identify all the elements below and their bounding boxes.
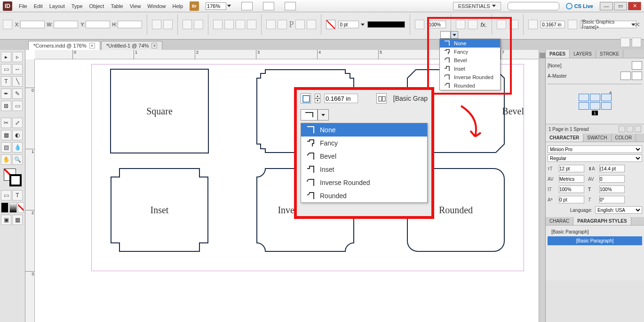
corner-option-inverse-rounded[interactable]: Inverse Rounded bbox=[440, 73, 500, 81]
quick-apply-icon[interactable] bbox=[620, 38, 630, 47]
tab-character[interactable]: CHARACTER bbox=[546, 134, 583, 142]
document-tab[interactable]: *Untitled-1 @ 74% × bbox=[101, 41, 163, 50]
corner-option-bevel[interactable]: Bevel bbox=[440, 56, 500, 64]
corner-shape-dropdown[interactable]: None Fancy Bevel Inset Inverse Rounded R… bbox=[439, 39, 501, 90]
menu-help[interactable]: Help bbox=[172, 3, 183, 9]
page-thumb[interactable] bbox=[579, 102, 589, 110]
stroke-style-dropdown[interactable] bbox=[367, 21, 405, 28]
scale-x-icon[interactable] bbox=[152, 20, 161, 29]
paragraph-style-item[interactable]: [Basic Paragraph] bbox=[548, 227, 642, 236]
collapsed-panel-strip[interactable] bbox=[539, 50, 545, 322]
screen-mode-dropdown[interactable] bbox=[241, 2, 253, 10]
hand-tool[interactable]: ✋ bbox=[1, 154, 11, 165]
master-none[interactable]: [None] bbox=[548, 63, 561, 68]
menu-window[interactable]: Window bbox=[147, 3, 166, 9]
corner-option-inset[interactable]: Inset bbox=[440, 64, 500, 73]
corner-option-bevel[interactable]: Bevel bbox=[301, 150, 427, 163]
arrange-dropdown[interactable] bbox=[263, 2, 274, 10]
spread-proxy-icon[interactable] bbox=[568, 20, 577, 29]
menu-table[interactable]: Table bbox=[111, 3, 123, 9]
menu-type[interactable]: Type bbox=[72, 3, 83, 9]
fill-swatch[interactable] bbox=[326, 20, 335, 29]
canvas[interactable]: 0 1 2 3 4 5 6 7 8 0 1 2 3 4 Square bbox=[25, 50, 545, 322]
master-thumb[interactable] bbox=[632, 72, 642, 80]
minimize-button[interactable]: — bbox=[600, 2, 613, 10]
gradient-swatch-tool[interactable]: ▦ bbox=[1, 130, 11, 140]
font-size-input[interactable] bbox=[559, 165, 584, 172]
spread-proxy-icon[interactable] bbox=[376, 93, 387, 104]
select-prev-icon[interactable] bbox=[295, 20, 305, 29]
master-thumb[interactable] bbox=[632, 61, 642, 70]
page-thumb[interactable]: A bbox=[601, 94, 612, 101]
stepper[interactable]: ▲▼ bbox=[315, 94, 320, 103]
delete-page-icon[interactable] bbox=[635, 126, 641, 132]
rotate-icon[interactable] bbox=[183, 20, 192, 29]
horizontal-scale-input[interactable] bbox=[599, 185, 625, 193]
apply-gradient-icon[interactable] bbox=[9, 202, 17, 213]
fit-frame-icon[interactable] bbox=[509, 20, 518, 29]
skew-input[interactable] bbox=[599, 196, 625, 203]
baseline-shift-input[interactable] bbox=[559, 196, 584, 203]
formatting-container-icon[interactable]: ▭ bbox=[1, 190, 11, 201]
chevron-down-icon[interactable] bbox=[227, 5, 231, 7]
document-tab[interactable]: *Corners.indd @ 176% × bbox=[28, 41, 100, 50]
apply-none-icon[interactable] bbox=[18, 202, 24, 213]
corner-shape-dropdown-button[interactable] bbox=[440, 31, 458, 39]
tracking-input[interactable] bbox=[599, 175, 625, 183]
page-thumb[interactable] bbox=[590, 94, 600, 101]
zoom-tool[interactable]: 🔍 bbox=[12, 154, 23, 165]
object-style-dropdown[interactable]: [Basic Graphics Frame]+ bbox=[580, 21, 636, 28]
view-mode-normal[interactable]: ▣ bbox=[1, 215, 11, 225]
effects-icon[interactable] bbox=[415, 20, 424, 29]
w-input[interactable] bbox=[54, 21, 78, 28]
menu-layout[interactable]: Layout bbox=[49, 3, 65, 9]
stroke-weight-input[interactable] bbox=[338, 21, 359, 28]
formatting-text-icon[interactable]: T bbox=[12, 190, 23, 201]
select-content-icon[interactable] bbox=[278, 20, 287, 29]
corner-shape-dropdown-button[interactable] bbox=[297, 107, 431, 123]
corner-option-rounded[interactable]: Rounded bbox=[440, 81, 500, 90]
menu-file[interactable]: File bbox=[19, 3, 27, 9]
vertical-scale-input[interactable] bbox=[559, 185, 584, 193]
tab-character-styles[interactable]: CHARAC bbox=[546, 217, 573, 225]
corner-options-icon[interactable] bbox=[301, 93, 311, 104]
corner-options-icon[interactable] bbox=[528, 20, 538, 29]
corner-option-rounded[interactable]: Rounded bbox=[301, 189, 427, 202]
gap-tool[interactable]: ↔ bbox=[12, 64, 23, 74]
tab-stroke[interactable]: STROKE bbox=[596, 50, 623, 58]
corner-option-none[interactable]: None bbox=[301, 123, 427, 137]
expand-panels-icon[interactable] bbox=[540, 53, 545, 58]
shear-icon[interactable] bbox=[194, 20, 203, 29]
fit-content-icon[interactable] bbox=[497, 20, 506, 29]
pencil-tool[interactable]: ✎ bbox=[12, 89, 23, 99]
panel-menu-icon[interactable] bbox=[632, 38, 641, 47]
note-tool[interactable]: ▤ bbox=[1, 142, 11, 153]
font-family-dropdown[interactable]: Minion Pro bbox=[548, 145, 642, 153]
corner-option-inset[interactable]: Inset bbox=[301, 163, 427, 176]
chevron-down-icon[interactable] bbox=[361, 24, 365, 26]
tab-layers[interactable]: LAYERS bbox=[570, 50, 596, 58]
fill-stroke-swatch[interactable] bbox=[4, 169, 22, 186]
corner-option-none[interactable]: None bbox=[440, 39, 500, 48]
paragraph-style-item-selected[interactable]: [Basic Paragraph] bbox=[548, 236, 642, 245]
opacity-input[interactable] bbox=[427, 21, 446, 28]
master-a[interactable]: A-Master bbox=[548, 73, 567, 79]
bridge-icon[interactable]: Br bbox=[190, 1, 199, 11]
corner-option-fancy[interactable]: Fancy bbox=[301, 137, 427, 150]
rotate-90-ccw-icon[interactable] bbox=[213, 20, 223, 29]
flip-v-icon[interactable] bbox=[247, 20, 256, 29]
gradient-feather-tool[interactable]: ◐ bbox=[12, 130, 23, 140]
corner-sample-square[interactable]: Square bbox=[110, 69, 209, 153]
pen-tool[interactable]: ✒ bbox=[1, 89, 11, 99]
font-style-dropdown[interactable]: Regular bbox=[548, 154, 642, 162]
h-input[interactable] bbox=[118, 21, 142, 28]
language-dropdown[interactable]: English: USA bbox=[595, 206, 642, 214]
close-icon[interactable]: × bbox=[151, 43, 157, 48]
rectangle-tool[interactable]: ▭ bbox=[12, 101, 23, 111]
page-thumb[interactable] bbox=[590, 102, 600, 110]
corner-option-inverse-rounded[interactable]: Inverse Rounded bbox=[301, 176, 427, 189]
apply-color-icon[interactable] bbox=[1, 202, 8, 213]
cs-live-button[interactable]: CS Live bbox=[566, 3, 593, 9]
zoom-control[interactable] bbox=[206, 2, 231, 10]
search-input[interactable] bbox=[508, 2, 559, 10]
